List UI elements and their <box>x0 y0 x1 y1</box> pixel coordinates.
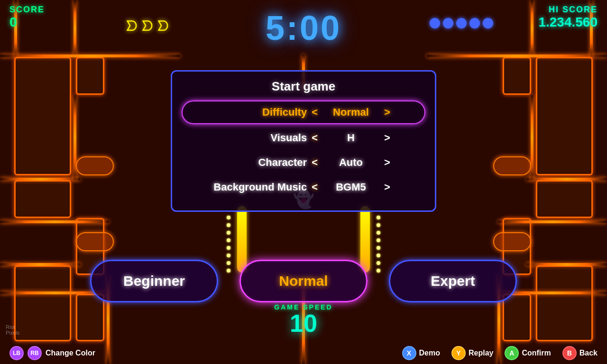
neon-line <box>0 263 81 266</box>
x-button[interactable]: X <box>402 346 416 360</box>
game-timer: 5:00 <box>266 9 341 47</box>
normal-button[interactable]: Normal <box>239 260 368 302</box>
neon-line <box>0 220 109 223</box>
maze-block <box>536 57 593 175</box>
maze-block <box>14 265 71 341</box>
character-value: Auto <box>322 156 379 169</box>
replay-control: Y Replay <box>451 346 493 360</box>
watermark-line1: Riot <box>6 324 19 330</box>
pacman-icon: ᗤ <box>141 18 153 35</box>
neon-line <box>526 178 607 181</box>
expert-button[interactable]: Expert <box>389 260 517 302</box>
a-button[interactable]: A <box>505 346 519 360</box>
pacman-icon: ᗤ <box>126 18 138 35</box>
b-button[interactable]: B <box>562 346 577 360</box>
character-arrow-right[interactable]: > <box>384 156 390 169</box>
game-speed-value: 10 <box>274 311 332 336</box>
change-color-control: LB RB Change Color <box>9 346 95 360</box>
bgm-row[interactable]: Background Music < BGM5 > <box>182 176 425 198</box>
character-label: Character <box>212 156 307 169</box>
action-buttons: X Demo Y Replay A Confirm B Back <box>402 346 598 360</box>
bgm-arrow-right[interactable]: > <box>384 181 390 193</box>
maze-block <box>14 180 71 218</box>
watermark: Riot Pixels <box>6 324 19 336</box>
character-row[interactable]: Character < Auto > <box>182 152 425 173</box>
confirm-label: Confirm <box>522 349 551 357</box>
bgm-value: BGM5 <box>322 181 379 193</box>
beginner-button[interactable]: Beginner <box>90 260 218 302</box>
game-speed-panel: GAME SPEED 10 <box>274 303 332 336</box>
back-label: Back <box>579 349 598 357</box>
character-arrow-left[interactable]: < <box>312 156 318 169</box>
score-right: HI SCORE 1.234.560 <box>538 5 598 30</box>
replay-label: Replay <box>469 349 493 357</box>
maze-block <box>536 265 593 341</box>
score-label: SCORE <box>9 5 45 15</box>
maze-block <box>503 57 531 95</box>
maze-block <box>76 57 104 95</box>
difficulty-row[interactable]: Difficulty < Normal > <box>182 100 425 124</box>
neon-line <box>427 55 607 57</box>
difficulty-arrow-right[interactable]: > <box>384 106 390 118</box>
visuals-label: Visuals <box>212 132 307 144</box>
hi-score-label: HI SCORE <box>549 5 598 15</box>
neon-line <box>526 263 607 266</box>
rb-button[interactable]: RB <box>28 346 42 360</box>
normal-label: Normal <box>279 273 328 289</box>
change-color-label: Change Color <box>46 349 95 357</box>
score-left: SCORE 0 <box>9 5 45 30</box>
maze-pill <box>493 232 531 251</box>
bgm-arrow-left[interactable]: < <box>312 181 318 193</box>
demo-control: X Demo <box>402 346 440 360</box>
neon-line <box>0 178 81 181</box>
maze-pill <box>76 232 114 251</box>
difficulty-buttons: Beginner Normal Expert <box>90 260 517 302</box>
bgm-label: Background Music <box>212 181 307 193</box>
bottom-controls: LB RB Change Color X Demo Y Replay A Con… <box>0 346 607 360</box>
neon-line <box>531 95 533 180</box>
demo-label: Demo <box>419 349 440 357</box>
score-value: 0 <box>9 15 17 30</box>
difficulty-value: Normal <box>322 106 379 118</box>
menu-panel: Start game Difficulty < Normal > Visuals… <box>171 70 436 212</box>
back-control: B Back <box>562 346 598 360</box>
maze-pill <box>76 156 114 175</box>
difficulty-label: Difficulty <box>212 106 307 118</box>
visuals-arrow-left[interactable]: < <box>312 132 318 144</box>
beginner-label: Beginner <box>123 273 185 289</box>
pacman-icon: ᗤ <box>157 18 169 35</box>
maze-block <box>14 57 71 175</box>
y-button[interactable]: Y <box>451 346 466 360</box>
hi-score-value: 1.234.560 <box>538 15 598 30</box>
visuals-row[interactable]: Visuals < H > <box>182 127 425 149</box>
menu-title[interactable]: Start game <box>182 79 425 94</box>
visuals-arrow-right[interactable]: > <box>384 132 390 144</box>
confirm-control: A Confirm <box>505 346 551 360</box>
maze-pill <box>493 156 531 175</box>
neon-line <box>0 55 180 57</box>
maze-block <box>536 180 593 218</box>
expert-label: Expert <box>431 273 475 289</box>
pacman-lives: ᗤ ᗤ ᗤ <box>126 18 169 35</box>
neon-line <box>498 220 607 223</box>
lb-button[interactable]: LB <box>9 346 24 360</box>
difficulty-arrow-left[interactable]: < <box>312 106 318 118</box>
visuals-value: H <box>322 132 379 144</box>
watermark-line2: Pixels <box>6 330 19 336</box>
